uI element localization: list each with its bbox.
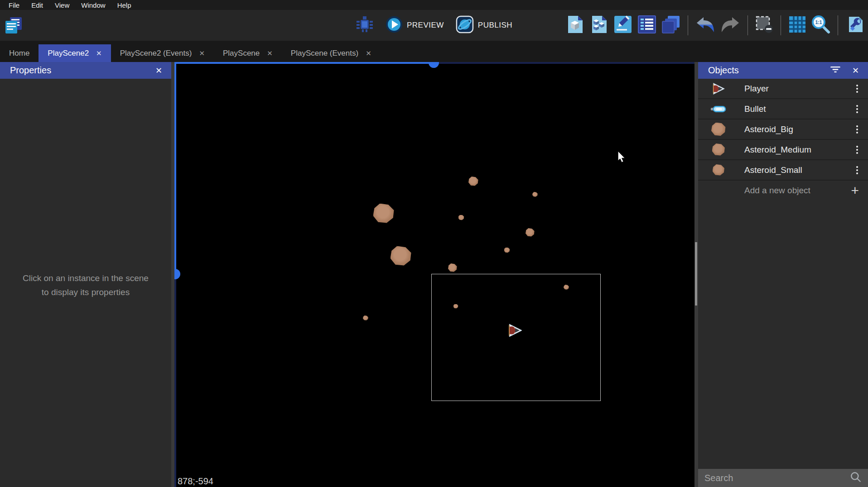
cursor-coordinates: 878;-594 <box>178 476 213 487</box>
grid-icon <box>788 15 806 35</box>
redo-icon <box>720 16 740 35</box>
object-groups-button[interactable] <box>589 15 608 36</box>
svg-text:1:1: 1:1 <box>815 20 822 25</box>
zoom-1-1-button[interactable]: 1:1 <box>811 15 830 36</box>
object-row-asteroid-medium[interactable]: Asteroid_Medium <box>698 140 868 160</box>
menu-window[interactable]: Window <box>75 1 111 9</box>
menu-view[interactable]: View <box>49 1 75 9</box>
kebab-menu-icon[interactable] <box>854 83 861 95</box>
scene-instance-asteroid-small[interactable] <box>458 215 464 220</box>
kebab-menu-icon[interactable] <box>854 144 861 156</box>
undo-button[interactable] <box>695 16 715 35</box>
player-ship-icon <box>709 82 728 95</box>
wrench-icon <box>845 15 864 36</box>
editor-scrollbar[interactable] <box>694 62 698 487</box>
scene-instance-player[interactable] <box>507 323 523 338</box>
object-row-bullet[interactable]: Bullet <box>698 99 868 119</box>
toolbar-separator <box>688 15 688 35</box>
object-name: Bullet <box>744 104 854 114</box>
close-icon[interactable]: ✕ <box>366 49 371 57</box>
tab-playscene2-events[interactable]: PlayScene2 (Events) ✕ <box>111 44 214 62</box>
tab-playscene-events[interactable]: PlayScene (Events) ✕ <box>282 44 381 62</box>
properties-button[interactable] <box>613 15 632 36</box>
instances-list-button[interactable] <box>637 15 656 36</box>
menu-help[interactable]: Help <box>111 1 137 9</box>
scene-instance-asteroid-big[interactable] <box>391 246 412 266</box>
layers-icon <box>661 15 680 36</box>
pencil-icon <box>613 15 632 36</box>
object-groups-icon <box>589 15 608 36</box>
scene-instance-asteroid-medium[interactable] <box>468 177 478 186</box>
object-row-player[interactable]: Player <box>698 79 868 99</box>
tab-playscene2[interactable]: PlayScene2 ✕ <box>39 44 111 62</box>
horizontal-scrollbar[interactable] <box>174 62 694 64</box>
scene-instance-asteroid-medium[interactable] <box>448 263 457 272</box>
scene-instance-asteroid-small[interactable] <box>532 192 538 197</box>
close-icon[interactable]: ✕ <box>199 49 205 57</box>
filter-icon[interactable] <box>830 66 840 75</box>
toolbar-separator <box>838 15 838 35</box>
properties-title: Properties <box>10 65 154 76</box>
objects-title: Objects <box>708 65 830 76</box>
grid-button[interactable] <box>788 15 806 35</box>
debug-button[interactable] <box>356 15 374 35</box>
close-icon[interactable]: ✕ <box>850 66 861 76</box>
add-object-label: Add a new object <box>744 186 849 196</box>
plus-icon: + <box>849 184 861 197</box>
object-row-asteroid-small[interactable]: Asteroid_Small <box>698 160 868 181</box>
project-manager-button[interactable] <box>4 15 24 37</box>
scene-instance-asteroid-medium[interactable] <box>526 228 535 237</box>
horizontal-scroll-thumb[interactable] <box>429 62 439 68</box>
tab-bar: Home PlayScene2 ✕ PlayScene2 (Events) ✕ … <box>0 41 868 62</box>
menu-file[interactable]: File <box>3 1 25 9</box>
object-name: Player <box>744 84 854 94</box>
object-row-asteroid-big[interactable]: Asteroid_Big <box>698 119 868 140</box>
close-icon[interactable]: ✕ <box>267 49 273 57</box>
scene-instance-asteroid-small[interactable] <box>363 315 368 320</box>
preview-button[interactable]: PREVIEW <box>386 16 444 35</box>
tab-playscene[interactable]: PlayScene ✕ <box>214 44 282 62</box>
add-object-button[interactable]: Add a new object + <box>698 181 868 201</box>
search-input[interactable] <box>704 473 850 483</box>
scene-instance-asteroid-big[interactable] <box>373 204 395 224</box>
deselect-button[interactable] <box>755 15 773 35</box>
toolbar-separator <box>747 15 748 35</box>
editor-scroll-thumb[interactable] <box>695 242 697 306</box>
object-name: Asteroid_Big <box>744 124 854 134</box>
layers-button[interactable] <box>661 15 680 36</box>
vertical-scrollbar[interactable] <box>174 62 176 487</box>
toolbar: PREVIEW PUBLISH <box>0 10 868 41</box>
properties-panel: Properties ✕ Click on an instance in the… <box>0 62 171 487</box>
tab-label: PlayScene2 (Events) <box>120 49 192 58</box>
object-name: Asteroid_Small <box>744 165 854 175</box>
close-icon[interactable]: ✕ <box>96 49 102 57</box>
asteroid-icon <box>709 123 728 136</box>
kebab-menu-icon[interactable] <box>854 103 861 115</box>
kebab-menu-icon[interactable] <box>854 164 861 176</box>
properties-empty-message: Click on an instance in the scene to dis… <box>0 271 171 300</box>
menu-edit[interactable]: Edit <box>25 1 49 9</box>
menu-bar: File Edit View Window Help <box>0 0 868 10</box>
search-icon <box>850 471 862 485</box>
debugger-tools-button[interactable] <box>845 15 864 36</box>
vertical-scroll-thumb[interactable] <box>174 269 180 279</box>
close-icon[interactable]: ✕ <box>154 66 164 76</box>
objects-panel: Objects ✕ Player <box>698 62 868 487</box>
asteroid-icon <box>709 164 728 176</box>
left-splitter[interactable] <box>171 62 174 487</box>
object-name: Asteroid_Medium <box>744 145 854 155</box>
redo-button[interactable] <box>720 16 740 35</box>
bug-icon <box>356 15 374 35</box>
instances-list-icon <box>637 15 656 36</box>
kebab-menu-icon[interactable] <box>854 124 861 135</box>
objects-editor-button[interactable] <box>565 15 584 36</box>
tab-home[interactable]: Home <box>0 44 39 62</box>
object-search-bar <box>698 469 868 487</box>
publish-button[interactable]: PUBLISH <box>456 15 512 35</box>
play-icon <box>386 16 403 35</box>
properties-header: Properties ✕ <box>0 62 171 79</box>
tab-label: PlayScene <box>223 49 260 58</box>
scene-instance-asteroid-small[interactable] <box>504 248 510 253</box>
scene-canvas[interactable]: 878;-594 <box>174 62 694 487</box>
tab-label: PlayScene2 <box>48 49 89 58</box>
